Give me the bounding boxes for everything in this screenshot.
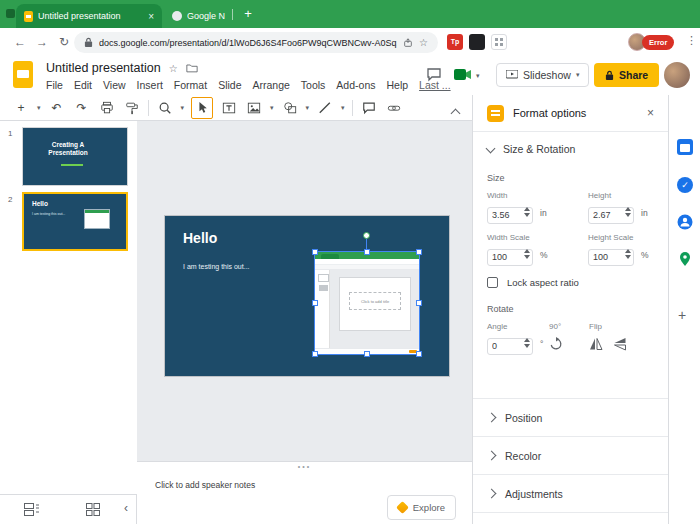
line-caret-icon[interactable]: ▾ [341,104,345,112]
account-avatar[interactable] [664,62,690,88]
shape-caret-icon[interactable]: ▾ [306,104,310,112]
resize-handle-sw[interactable] [312,351,318,357]
resize-handle-n[interactable] [364,249,370,255]
slide-thumbnail-1[interactable]: Creating A Presentation [22,127,128,186]
share-icon[interactable] [403,38,413,48]
extension-icon[interactable] [469,34,485,50]
new-tab-button[interactable]: + [240,6,256,22]
menu-edit[interactable]: Edit [74,79,92,91]
menu-help[interactable]: Help [386,79,408,91]
calendar-icon[interactable] [677,139,693,155]
speaker-notes-area[interactable]: ••• Click to add speaker notes Explore [137,461,472,524]
back-icon[interactable]: ← [12,34,28,50]
maps-icon[interactable] [677,251,693,267]
bookmark-star-icon[interactable]: ☆ [419,37,428,48]
tp-extension-icon[interactable]: Tp [447,34,463,50]
rotation-handle[interactable] [363,232,370,239]
slide-canvas[interactable]: Hello I am testing this out... Click to … [137,121,472,461]
menu-view[interactable]: View [103,79,126,91]
section-position[interactable]: Position [473,398,668,436]
meet-camera-icon[interactable] [454,68,472,81]
slide-title-text[interactable]: Hello [183,230,217,246]
paint-format-icon[interactable] [123,99,141,117]
menu-arrange[interactable]: Arrange [252,79,289,91]
menu-file[interactable]: File [46,79,63,91]
resize-handle-w[interactable] [312,300,318,306]
lock-aspect-checkbox[interactable] [487,277,498,288]
undo-icon[interactable]: ↶ [48,99,66,117]
width-scale-stepper[interactable] [524,249,530,259]
add-addon-icon[interactable]: + [678,307,686,323]
document-title[interactable]: Untitled presentation [46,61,161,75]
rotate-90-icon[interactable] [549,337,563,351]
resize-handle-nw[interactable] [312,249,318,255]
url-bar[interactable]: docs.google.com/presentation/d/1lWoD6J6S… [74,32,438,53]
slideshow-button[interactable]: Slideshow ▾ [496,63,589,87]
zoom-caret-icon[interactable]: ▾ [181,104,185,112]
menu-slide[interactable]: Slide [218,79,241,91]
insert-shape-icon[interactable] [281,99,299,117]
forward-icon[interactable]: → [34,34,50,50]
slideshow-label: Slideshow [523,69,571,81]
flip-vertical-icon[interactable] [613,337,627,351]
embedded-screenshot-image[interactable]: Click to add title [315,252,419,354]
lock-aspect-row[interactable]: Lock aspect ratio [487,277,656,288]
thumb-embedded-image [84,209,110,229]
collapse-filmstrip-icon[interactable]: ‹ [124,501,128,515]
comment-icon[interactable] [426,67,442,82]
resize-handle-se[interactable] [416,351,422,357]
menu-format[interactable]: Format [174,79,207,91]
slides-logo[interactable] [13,61,33,88]
extensions-grid-icon[interactable] [491,34,507,50]
menu-tools[interactable]: Tools [301,79,326,91]
resize-handle-s[interactable] [364,351,370,357]
browser-menu-icon[interactable]: ⋮ [686,34,697,47]
insert-link-icon[interactable] [385,99,403,117]
notes-drag-handle[interactable]: ••• [137,463,472,470]
filmstrip-view-icon[interactable] [24,503,39,516]
embed-title-placeholder: Click to add title [349,292,401,310]
share-button[interactable]: Share [594,63,659,87]
image-caret-icon[interactable]: ▾ [270,104,274,112]
section-size-rotation[interactable]: Size & Rotation [473,132,668,165]
flip-horizontal-icon[interactable] [589,337,603,351]
zoom-icon[interactable] [156,99,174,117]
section-adjustments[interactable]: Adjustments [473,474,668,512]
browser-profile[interactable]: Error [628,33,674,51]
tab-close-icon[interactable]: × [148,11,154,22]
grid-view-icon[interactable] [86,503,100,516]
width-stepper[interactable] [524,207,530,217]
angle-stepper[interactable] [524,338,530,348]
new-slide-caret-icon[interactable]: ▾ [37,104,41,112]
notes-placeholder[interactable]: Click to add speaker notes [155,480,255,490]
resize-handle-e[interactable] [416,300,422,306]
section-recolor[interactable]: Recolor [473,436,668,474]
move-folder-icon[interactable] [186,63,198,73]
meet-caret-icon[interactable]: ▾ [476,72,480,80]
insert-comment-icon[interactable] [360,99,378,117]
print-icon[interactable] [98,99,116,117]
tasks-icon[interactable]: ✓ [677,177,693,193]
browser-tab-active[interactable]: Untitled presentation × [16,4,162,28]
reload-icon[interactable]: ↻ [56,34,72,50]
explore-button[interactable]: Explore [387,495,456,520]
height-scale-stepper[interactable] [625,249,631,259]
browser-tab-second[interactable]: Google N [172,6,226,26]
insert-line-icon[interactable] [316,99,334,117]
slide-body-text[interactable]: I am testing this out... [183,263,250,270]
height-stepper[interactable] [625,207,631,217]
insert-image-icon[interactable] [245,99,263,117]
menu-addons[interactable]: Add-ons [336,79,375,91]
menu-insert[interactable]: Insert [137,79,163,91]
close-panel-icon[interactable]: × [647,106,654,120]
text-box-icon[interactable] [220,99,238,117]
redo-icon[interactable]: ↷ [73,99,91,117]
collapse-toolbar-icon[interactable] [452,103,460,111]
select-tool-icon[interactable] [191,97,213,119]
current-slide[interactable]: Hello I am testing this out... Click to … [165,216,449,376]
star-icon[interactable]: ☆ [169,63,178,74]
slide-thumbnail-2[interactable]: Hello I am testing this out... [22,192,128,251]
new-slide-icon[interactable]: + [12,99,30,117]
contacts-icon[interactable] [677,214,693,230]
resize-handle-ne[interactable] [416,249,422,255]
